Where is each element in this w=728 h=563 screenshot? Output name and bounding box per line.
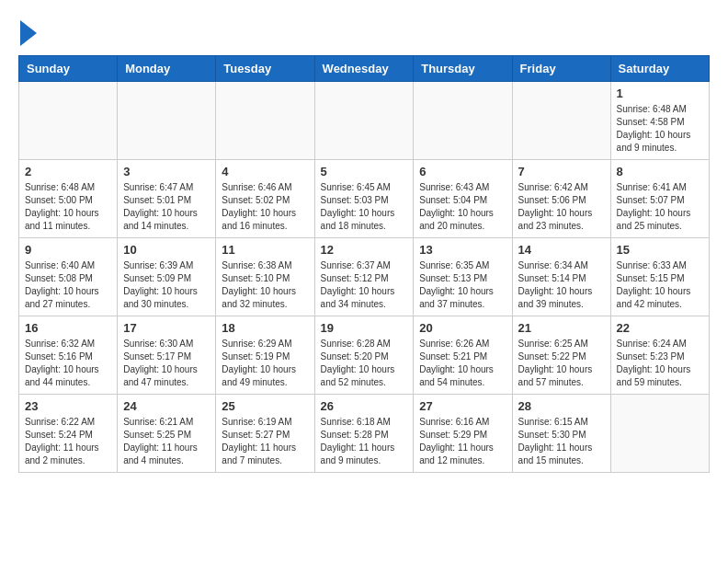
day-number: 6 xyxy=(419,165,506,178)
col-header-tuesday: Tuesday xyxy=(216,56,314,82)
week-row-3: 9Sunrise: 6:40 AM Sunset: 5:08 PM Daylig… xyxy=(19,238,710,316)
day-info: Sunrise: 6:35 AM Sunset: 5:13 PM Dayligh… xyxy=(419,259,506,311)
day-number: 24 xyxy=(123,399,210,413)
day-info: Sunrise: 6:37 AM Sunset: 5:12 PM Dayligh… xyxy=(321,259,408,311)
day-number: 19 xyxy=(321,321,408,335)
day-info: Sunrise: 6:15 AM Sunset: 5:30 PM Dayligh… xyxy=(518,416,605,467)
day-info: Sunrise: 6:48 AM Sunset: 5:00 PM Dayligh… xyxy=(25,181,111,233)
week-row-2: 2Sunrise: 6:48 AM Sunset: 5:00 PM Daylig… xyxy=(19,160,710,238)
day-number: 26 xyxy=(321,399,408,413)
day-info: Sunrise: 6:26 AM Sunset: 5:21 PM Dayligh… xyxy=(419,338,506,389)
day-number: 14 xyxy=(518,243,605,257)
day-number: 27 xyxy=(419,399,506,413)
day-number: 5 xyxy=(321,165,408,178)
calendar-cell: 26Sunrise: 6:18 AM Sunset: 5:28 PM Dayli… xyxy=(314,395,414,473)
day-info: Sunrise: 6:25 AM Sunset: 5:22 PM Dayligh… xyxy=(518,338,605,389)
day-number: 11 xyxy=(222,243,308,257)
day-number: 4 xyxy=(222,165,308,178)
calendar-cell xyxy=(610,395,709,473)
day-number: 15 xyxy=(617,243,703,257)
day-info: Sunrise: 6:48 AM Sunset: 4:58 PM Dayligh… xyxy=(617,103,703,155)
calendar-cell xyxy=(512,82,610,160)
page-header xyxy=(18,18,710,46)
calendar-cell: 19Sunrise: 6:28 AM Sunset: 5:20 PM Dayli… xyxy=(314,316,414,395)
col-header-wednesday: Wednesday xyxy=(314,56,414,82)
day-number: 9 xyxy=(25,243,111,257)
day-info: Sunrise: 6:33 AM Sunset: 5:15 PM Dayligh… xyxy=(617,259,703,311)
day-info: Sunrise: 6:34 AM Sunset: 5:14 PM Dayligh… xyxy=(518,259,605,311)
calendar-cell xyxy=(118,82,216,160)
calendar-cell: 21Sunrise: 6:25 AM Sunset: 5:22 PM Dayli… xyxy=(512,316,610,395)
logo-arrow-icon xyxy=(20,20,37,46)
day-info: Sunrise: 6:40 AM Sunset: 5:08 PM Dayligh… xyxy=(25,259,111,311)
day-info: Sunrise: 6:22 AM Sunset: 5:24 PM Dayligh… xyxy=(25,416,111,467)
col-header-sunday: Sunday xyxy=(19,56,118,82)
day-info: Sunrise: 6:32 AM Sunset: 5:16 PM Dayligh… xyxy=(25,338,111,389)
calendar-cell xyxy=(19,82,118,160)
day-number: 12 xyxy=(321,243,408,257)
calendar-cell xyxy=(216,82,314,160)
day-info: Sunrise: 6:42 AM Sunset: 5:06 PM Dayligh… xyxy=(518,181,605,233)
calendar-cell: 16Sunrise: 6:32 AM Sunset: 5:16 PM Dayli… xyxy=(19,316,118,395)
day-number: 25 xyxy=(222,399,308,413)
calendar-cell: 22Sunrise: 6:24 AM Sunset: 5:23 PM Dayli… xyxy=(610,316,709,395)
day-info: Sunrise: 6:24 AM Sunset: 5:23 PM Dayligh… xyxy=(617,338,703,389)
day-number: 7 xyxy=(518,165,605,178)
day-info: Sunrise: 6:45 AM Sunset: 5:03 PM Dayligh… xyxy=(321,181,408,233)
week-row-4: 16Sunrise: 6:32 AM Sunset: 5:16 PM Dayli… xyxy=(19,316,710,395)
col-header-friday: Friday xyxy=(512,56,610,82)
col-header-monday: Monday xyxy=(118,56,216,82)
calendar-cell: 14Sunrise: 6:34 AM Sunset: 5:14 PM Dayli… xyxy=(512,238,610,316)
calendar-cell: 15Sunrise: 6:33 AM Sunset: 5:15 PM Dayli… xyxy=(610,238,709,316)
calendar-cell: 20Sunrise: 6:26 AM Sunset: 5:21 PM Dayli… xyxy=(414,316,512,395)
calendar-cell: 7Sunrise: 6:42 AM Sunset: 5:06 PM Daylig… xyxy=(512,160,610,238)
calendar-cell: 2Sunrise: 6:48 AM Sunset: 5:00 PM Daylig… xyxy=(19,160,118,238)
day-info: Sunrise: 6:43 AM Sunset: 5:04 PM Dayligh… xyxy=(419,181,506,233)
calendar-cell: 17Sunrise: 6:30 AM Sunset: 5:17 PM Dayli… xyxy=(118,316,216,395)
day-number: 23 xyxy=(25,399,111,413)
day-info: Sunrise: 6:21 AM Sunset: 5:25 PM Dayligh… xyxy=(123,416,210,467)
day-number: 2 xyxy=(25,165,111,178)
day-number: 8 xyxy=(617,165,703,178)
logo xyxy=(18,18,37,46)
day-info: Sunrise: 6:39 AM Sunset: 5:09 PM Dayligh… xyxy=(123,259,210,311)
day-number: 18 xyxy=(222,321,308,335)
calendar-cell: 4Sunrise: 6:46 AM Sunset: 5:02 PM Daylig… xyxy=(216,160,314,238)
day-number: 13 xyxy=(419,243,506,257)
day-info: Sunrise: 6:47 AM Sunset: 5:01 PM Dayligh… xyxy=(123,181,210,233)
calendar-cell: 25Sunrise: 6:19 AM Sunset: 5:27 PM Dayli… xyxy=(216,395,314,473)
week-row-1: 1Sunrise: 6:48 AM Sunset: 4:58 PM Daylig… xyxy=(19,82,710,160)
calendar-cell: 27Sunrise: 6:16 AM Sunset: 5:29 PM Dayli… xyxy=(414,395,512,473)
day-info: Sunrise: 6:18 AM Sunset: 5:28 PM Dayligh… xyxy=(321,416,408,467)
day-number: 16 xyxy=(25,321,111,335)
calendar-cell: 24Sunrise: 6:21 AM Sunset: 5:25 PM Dayli… xyxy=(118,395,216,473)
day-number: 17 xyxy=(123,321,210,335)
day-number: 1 xyxy=(617,86,703,100)
calendar-cell xyxy=(414,82,512,160)
calendar-cell: 11Sunrise: 6:38 AM Sunset: 5:10 PM Dayli… xyxy=(216,238,314,316)
day-number: 28 xyxy=(518,399,605,413)
calendar-cell: 13Sunrise: 6:35 AM Sunset: 5:13 PM Dayli… xyxy=(414,238,512,316)
day-info: Sunrise: 6:30 AM Sunset: 5:17 PM Dayligh… xyxy=(123,338,210,389)
day-number: 20 xyxy=(419,321,506,335)
day-info: Sunrise: 6:16 AM Sunset: 5:29 PM Dayligh… xyxy=(419,416,506,467)
calendar-table: SundayMondayTuesdayWednesdayThursdayFrid… xyxy=(18,55,710,473)
calendar-cell: 1Sunrise: 6:48 AM Sunset: 4:58 PM Daylig… xyxy=(610,82,709,160)
day-info: Sunrise: 6:19 AM Sunset: 5:27 PM Dayligh… xyxy=(222,416,308,467)
calendar-cell: 10Sunrise: 6:39 AM Sunset: 5:09 PM Dayli… xyxy=(118,238,216,316)
calendar-cell: 3Sunrise: 6:47 AM Sunset: 5:01 PM Daylig… xyxy=(118,160,216,238)
calendar-cell xyxy=(314,82,414,160)
calendar-cell: 5Sunrise: 6:45 AM Sunset: 5:03 PM Daylig… xyxy=(314,160,414,238)
col-header-thursday: Thursday xyxy=(414,56,512,82)
calendar-cell: 28Sunrise: 6:15 AM Sunset: 5:30 PM Dayli… xyxy=(512,395,610,473)
day-info: Sunrise: 6:41 AM Sunset: 5:07 PM Dayligh… xyxy=(617,181,703,233)
calendar-header-row: SundayMondayTuesdayWednesdayThursdayFrid… xyxy=(19,56,710,82)
col-header-saturday: Saturday xyxy=(610,56,709,82)
calendar-cell: 12Sunrise: 6:37 AM Sunset: 5:12 PM Dayli… xyxy=(314,238,414,316)
day-number: 10 xyxy=(123,243,210,257)
calendar-cell: 8Sunrise: 6:41 AM Sunset: 5:07 PM Daylig… xyxy=(610,160,709,238)
day-info: Sunrise: 6:46 AM Sunset: 5:02 PM Dayligh… xyxy=(222,181,308,233)
calendar-cell: 18Sunrise: 6:29 AM Sunset: 5:19 PM Dayli… xyxy=(216,316,314,395)
day-number: 3 xyxy=(123,165,210,178)
calendar-cell: 6Sunrise: 6:43 AM Sunset: 5:04 PM Daylig… xyxy=(414,160,512,238)
